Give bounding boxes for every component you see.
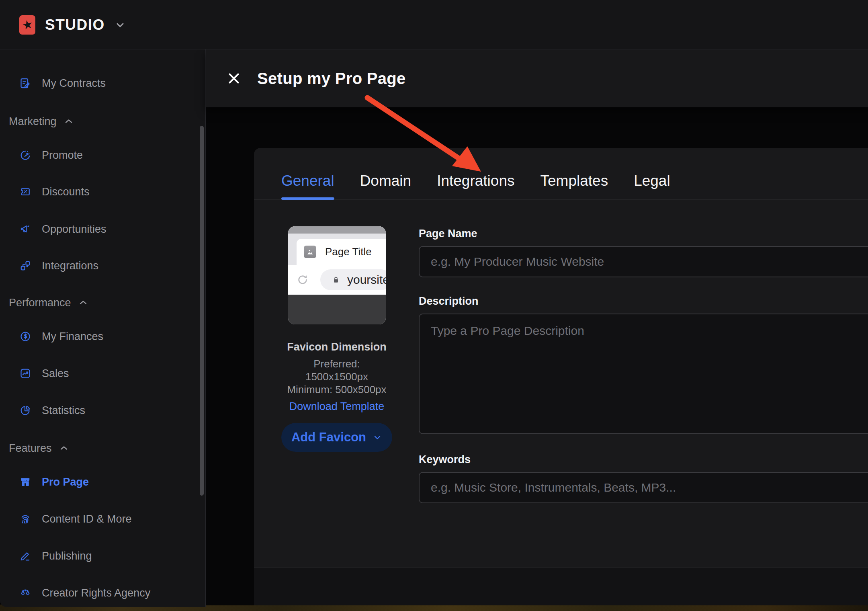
modal-header: Setup my Pro Page (206, 49, 868, 107)
scales-icon (19, 587, 31, 599)
brand-chevron-down-icon (115, 19, 126, 31)
tab-templates[interactable]: Templates (540, 173, 608, 189)
blocks-icon (19, 260, 31, 272)
sidebar-section-features[interactable]: Features (0, 430, 205, 467)
chevron-up-icon (78, 298, 88, 308)
lock-icon (332, 275, 340, 285)
sidebar-item-discounts[interactable]: Discounts (0, 173, 205, 210)
brand-name: STUDIO (45, 16, 105, 33)
sidebar-item-sales[interactable]: Sales (0, 355, 205, 392)
url-pill: yoursite (320, 269, 386, 290)
sidebar-item-my-contracts[interactable]: My Contracts (0, 65, 205, 102)
modal-lower-panel (254, 568, 868, 605)
sidebar-section-performance[interactable]: Performance (0, 284, 205, 321)
browser-tabbar: Page Title (288, 234, 386, 265)
description-label: Description (419, 294, 868, 308)
pie-chart-icon (19, 404, 31, 416)
sidebar-scrollbar[interactable] (200, 126, 204, 496)
browser-tab: Page Title (297, 239, 386, 265)
sidebar-item-promote[interactable]: Promote (0, 137, 205, 174)
download-template-link[interactable]: Download Template (289, 400, 385, 413)
browser-chrome-strip (288, 226, 386, 234)
tab-bar: General Domain Integrations Templates Le… (254, 148, 868, 200)
sidebar-item-creator-rights-agency[interactable]: Creator Rights Agency (0, 574, 205, 611)
sidebar-item-publishing[interactable]: Publishing (0, 537, 205, 574)
preview-page-title: Page Title (325, 246, 372, 258)
keywords-label: Keywords (419, 453, 868, 466)
sidebar-item-statistics[interactable]: Statistics (0, 392, 205, 429)
modal-title: Setup my Pro Page (257, 70, 406, 88)
page-name-label: Page Name (419, 227, 868, 240)
favicon-placeholder-icon (304, 246, 316, 258)
tab-general[interactable]: General (281, 173, 334, 189)
top-app-bar: ★ STUDIO (0, 0, 868, 49)
keywords-input[interactable] (419, 472, 868, 503)
sidebar-item-my-finances[interactable]: My Finances (0, 318, 205, 355)
tab-legal[interactable]: Legal (634, 173, 670, 189)
sidebar-section-marketing[interactable]: Marketing (0, 103, 205, 140)
contract-icon (19, 77, 31, 89)
modal-card: General Domain Integrations Templates Le… (254, 148, 868, 568)
favicon-info: Favicon Dimension Preferred: 1500x1500px… (281, 341, 392, 452)
beatstars-logo-icon: ★ (19, 15, 35, 35)
favicon-preferred-value: 1500x1500px (281, 370, 392, 383)
sidebar-item-pro-page[interactable]: Pro Page (0, 463, 205, 500)
favicon-preferred-label: Preferred: (281, 357, 392, 370)
screen: ★ STUDIO My Contracts Marketing Promote … (0, 0, 868, 611)
sidebar: My Contracts Marketing Promote Discounts… (0, 49, 206, 607)
close-icon[interactable] (227, 71, 241, 86)
promote-gauge-icon (19, 149, 31, 161)
favicon-browser-preview: Page Title yoursite (288, 226, 386, 324)
keywords-group: Keywords (419, 453, 868, 503)
tab-integrations[interactable]: Integrations (437, 173, 514, 189)
discount-ticket-icon (19, 186, 31, 198)
fingerprint-icon (19, 513, 31, 525)
reload-icon (296, 273, 309, 286)
favicon-heading: Favicon Dimension (281, 341, 392, 353)
description-group: Description (419, 294, 868, 436)
browser-content-area (288, 295, 386, 324)
storefront-icon (19, 476, 31, 488)
dollar-circle-icon (19, 330, 31, 342)
pro-page-form: Page Name Description Keywords (419, 227, 868, 503)
favicon-minimum: Minimum: 500x500px (281, 383, 392, 396)
chevron-up-icon (59, 443, 69, 453)
sales-chart-icon (19, 367, 31, 379)
sidebar-item-opportunities[interactable]: Opportunities (0, 211, 205, 248)
chevron-up-icon (64, 117, 74, 126)
add-favicon-button[interactable]: Add Favicon (281, 423, 392, 452)
brand-menu[interactable]: ★ STUDIO (19, 0, 126, 49)
megaphone-icon (19, 223, 31, 235)
sidebar-item-content-id[interactable]: Content ID & More (0, 500, 205, 537)
browser-address-bar: yoursite (288, 265, 386, 295)
description-textarea[interactable] (419, 314, 868, 434)
pen-icon (19, 550, 31, 562)
sidebar-item-integrations[interactable]: Integrations (0, 247, 205, 284)
preview-url: yoursite (347, 273, 386, 287)
tab-domain[interactable]: Domain (360, 173, 411, 189)
page-name-input[interactable] (419, 246, 868, 277)
page-name-group: Page Name (419, 227, 868, 277)
chevron-down-icon (373, 433, 382, 442)
